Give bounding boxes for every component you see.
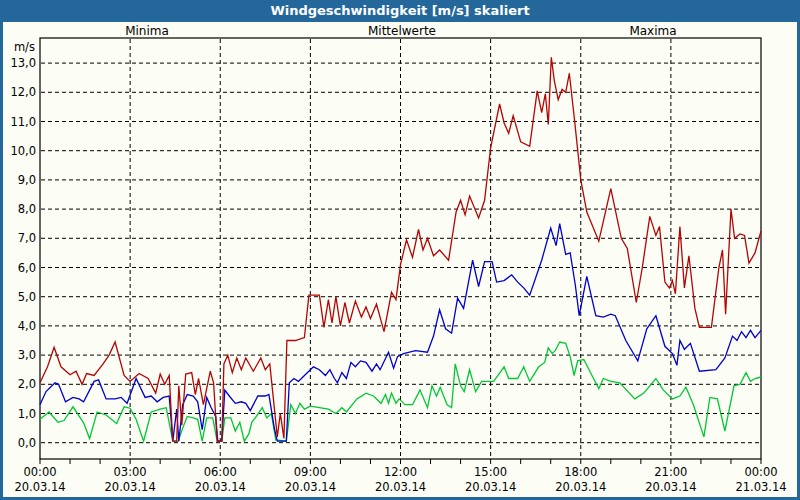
y-tick-label: 0,0: [18, 436, 36, 450]
legend-minima: Minima: [125, 24, 169, 38]
x-tick-time: 03:00: [114, 465, 147, 479]
x-tick-time: 12:00: [384, 465, 417, 479]
window-titlebar: Windgeschwindigkeit [m/s] skaliert: [0, 0, 800, 22]
y-tick-label: 4,0: [18, 319, 36, 333]
x-tick-time: 00:00: [23, 465, 56, 479]
y-tick-label: 12,0: [10, 85, 36, 99]
x-tick-date: 20.03.14: [285, 480, 336, 494]
window-title: Windgeschwindigkeit [m/s] skaliert: [270, 3, 529, 18]
plot-border: [40, 38, 761, 459]
y-tick-label: 3,0: [18, 348, 36, 362]
x-tick-date: 21.03.14: [735, 480, 786, 494]
plot-area: 0,01,02,03,04,05,06,07,08,09,010,011,012…: [10, 38, 786, 494]
x-tick-date: 20.03.14: [555, 480, 606, 494]
x-tick-date: 20.03.14: [195, 480, 246, 494]
x-tick-time: 00:00: [744, 465, 777, 479]
y-tick-label: 5,0: [18, 290, 36, 304]
y-tick-label: 8,0: [18, 202, 36, 216]
x-tick-time: 18:00: [564, 465, 597, 479]
y-tick-label: 1,0: [18, 407, 36, 421]
y-tick-label: 10,0: [10, 144, 36, 158]
y-tick-label: 13,0: [10, 56, 36, 70]
y-tick-label: 6,0: [18, 261, 36, 275]
legend-mittelwerte: Mittelwerte: [368, 24, 436, 38]
legend-maxima: Maxima: [629, 24, 676, 38]
chart-content: Minima Mittelwerte Maxima m/s 0,01,02,03…: [3, 22, 797, 497]
x-tick-date: 20.03.14: [375, 480, 426, 494]
x-tick-date: 20.03.14: [645, 480, 696, 494]
x-tick-labels: 00:0020.03.1403:0020.03.1406:0020.03.140…: [14, 465, 786, 494]
y-tick-label: 9,0: [18, 173, 36, 187]
x-tick-time: 06:00: [204, 465, 237, 479]
x-tick-time: 15:00: [474, 465, 507, 479]
y-tick-label: 11,0: [10, 115, 36, 129]
y-tick-label: 7,0: [18, 231, 36, 245]
x-tick-time: 21:00: [654, 465, 687, 479]
y-gridlines: 0,01,02,03,04,05,06,07,08,09,010,011,012…: [10, 56, 760, 450]
x-tick-date: 20.03.14: [465, 480, 516, 494]
x-gridlines: [130, 39, 671, 458]
wind-speed-chart: Minima Mittelwerte Maxima m/s 0,01,02,03…: [3, 22, 797, 497]
y-axis-unit-label: m/s: [14, 40, 35, 54]
x-tick-date: 20.03.14: [105, 480, 156, 494]
y-tick-label: 2,0: [18, 377, 36, 391]
x-tick-date: 20.03.14: [14, 480, 65, 494]
chart-window: Windgeschwindigkeit [m/s] skaliert Minim…: [0, 0, 800, 500]
x-minor-ticks: [40, 459, 761, 464]
x-tick-time: 09:00: [294, 465, 327, 479]
